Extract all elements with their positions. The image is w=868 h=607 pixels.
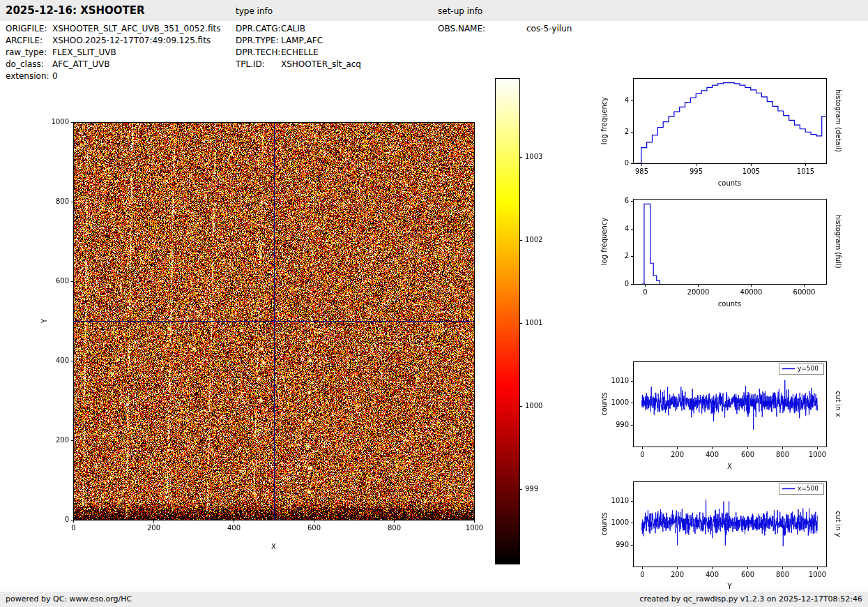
meta-row: TPL.ID:XSHOOTER_slt_acq: [236, 59, 361, 70]
meta-label: DPR.TECH:: [236, 47, 281, 59]
type-info-heading: type info: [236, 6, 273, 16]
meta-row: DPR.TECH:ECHELLE: [236, 47, 361, 59]
setup-info-heading: set-up info: [438, 6, 482, 16]
page-title: 2025-12-16: XSHOOTER: [6, 4, 145, 17]
meta-label: DPR.CATG:: [236, 23, 281, 35]
meta-row: raw_type:FLEX_SLIT_UVB: [6, 47, 220, 59]
meta-value: XSHOOTER_slt_acq: [281, 59, 361, 69]
type-info-column: DPR.CATG:CALIB DPR.TYPE:LAMP,AFC DPR.TEC…: [236, 23, 361, 70]
colorbar: [487, 73, 551, 569]
header-bar: 2025-12-16: XSHOOTER type info set-up in…: [0, 0, 868, 21]
meta-value: ECHELLE: [281, 47, 319, 57]
footer-bar: powered by QC: www.eso.org/HC created by…: [0, 592, 868, 607]
footer-left-text: powered by QC: www.eso.org/HC: [6, 592, 132, 607]
meta-label: raw_type:: [6, 47, 52, 59]
meta-row: extension:0: [6, 70, 220, 82]
file-info-column: ORIGFILE:XSHOOTER_SLT_AFC_UVB_351_0052.f…: [6, 23, 220, 82]
meta-label: OBS.NAME:: [438, 23, 526, 35]
meta-label: DPR.TYPE:: [236, 35, 281, 47]
raw-frame-heatmap: [28, 112, 488, 562]
histogram-full-plot: [589, 193, 846, 313]
meta-value: cos-5-yilun: [526, 24, 572, 33]
meta-label: ARCFILE:: [6, 35, 52, 47]
meta-value: 0: [52, 71, 58, 81]
cut-in-y-plot: [589, 476, 846, 592]
meta-label: TPL.ID:: [236, 59, 281, 70]
meta-label: extension:: [6, 70, 52, 82]
meta-row: OBS.NAME:cos-5-yilun: [438, 23, 572, 35]
meta-value: AFC_ATT_UVB: [52, 59, 109, 69]
meta-value: CALIB: [281, 24, 305, 33]
meta-row: DPR.CATG:CALIB: [236, 23, 361, 35]
meta-label: ORIGFILE:: [6, 23, 52, 35]
footer-right-text: created by qc_rawdisp.py v1.2.3 on 2025-…: [639, 592, 862, 607]
meta-value: LAMP,AFC: [281, 36, 323, 45]
meta-row: DPR.TYPE:LAMP,AFC: [236, 35, 361, 47]
meta-label: do_class:: [6, 59, 52, 70]
meta-value: FLEX_SLIT_UVB: [52, 47, 116, 57]
meta-value: XSHOO.2025-12-17T07:49:09.125.fits: [52, 36, 211, 45]
meta-row: ARCFILE:XSHOO.2025-12-17T07:49:09.125.fi…: [6, 35, 220, 47]
setup-info-column: OBS.NAME:cos-5-yilun: [438, 23, 572, 35]
cut-in-x-plot: [589, 356, 846, 476]
meta-value: XSHOOTER_SLT_AFC_UVB_351_0052.fits: [52, 24, 220, 33]
histogram-detail-plot: [589, 73, 846, 193]
meta-row: ORIGFILE:XSHOOTER_SLT_AFC_UVB_351_0052.f…: [6, 23, 220, 35]
meta-row: do_class:AFC_ATT_UVB: [6, 59, 220, 70]
